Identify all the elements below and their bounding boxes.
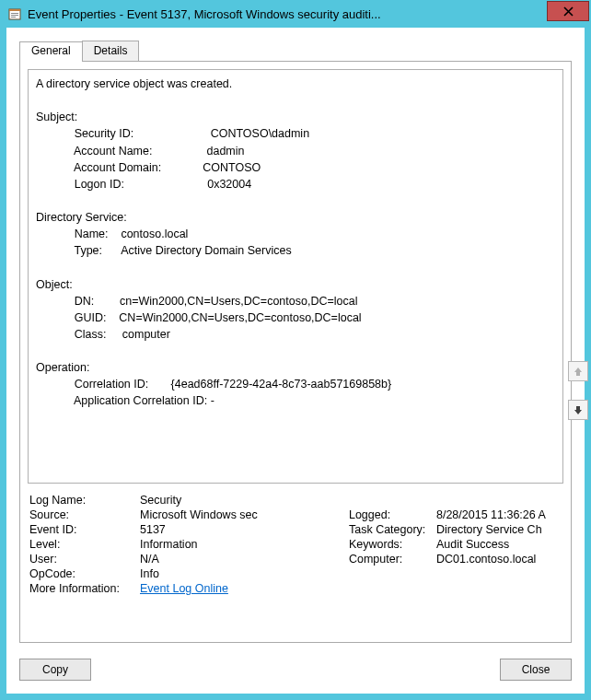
subject-logon-value: 0x32004 xyxy=(207,178,251,191)
subject-sid-label: Security ID: xyxy=(75,127,134,140)
op-appcorr-value: - xyxy=(211,394,214,407)
user-value: N/A xyxy=(138,552,347,566)
event-description-panel: A directory service object was created. … xyxy=(28,69,563,484)
next-event-button[interactable] xyxy=(568,400,588,420)
close-button[interactable]: Close xyxy=(500,659,572,681)
op-corr-label: Correlation ID: xyxy=(75,378,149,391)
keywords-value: Audit Success xyxy=(435,537,563,552)
event-props-grid: Log Name: Security Source: Microsoft Win… xyxy=(28,493,563,596)
opcode-label: OpCode: xyxy=(28,566,138,581)
window-title: Event Properties - Event 5137, Microsoft… xyxy=(22,7,547,21)
subject-sid-value: CONTOSO\dadmin xyxy=(211,127,309,140)
titlebar: Event Properties - Event 5137, Microsoft… xyxy=(0,0,591,28)
opcode-value: Info xyxy=(138,566,563,581)
obj-dn-value: cn=Win2000,CN=Users,DC=contoso,DC=local xyxy=(120,295,357,308)
computer-label: Computer: xyxy=(347,552,435,566)
subject-acct-value: dadmin xyxy=(207,145,245,158)
window-frame: Event Properties - Event 5137, Microsoft… xyxy=(0,0,591,700)
obj-dn-label: DN: xyxy=(75,295,95,308)
keywords-label: Keywords: xyxy=(347,537,435,552)
moreinfo-link[interactable]: Event Log Online xyxy=(140,582,228,595)
window-close-button[interactable] xyxy=(547,1,589,21)
svg-rect-1 xyxy=(9,9,20,11)
arrow-down-icon xyxy=(573,404,584,415)
ds-type-value: Active Directory Domain Services xyxy=(121,244,291,257)
tab-details[interactable]: Details xyxy=(82,41,140,61)
ds-name-value: contoso.local xyxy=(121,228,188,240)
obj-guid-label: GUID: xyxy=(75,311,107,324)
close-icon xyxy=(563,6,574,17)
copy-button[interactable]: Copy xyxy=(19,659,91,681)
desc-subject-header: Subject: xyxy=(36,109,555,125)
svg-rect-4 xyxy=(11,17,16,18)
eventid-label: Event ID: xyxy=(28,522,138,537)
client-area: General Details A directory service obje… xyxy=(6,28,585,694)
desc-summary: A directory service object was created. xyxy=(36,76,555,92)
tabstrip: General Details xyxy=(19,41,572,61)
nav-buttons xyxy=(568,361,588,420)
desc-obj-header: Object: xyxy=(36,276,555,293)
logname-label: Log Name: xyxy=(28,493,138,508)
level-label: Level: xyxy=(28,537,138,552)
obj-guid-value: CN=Win2000,CN=Users,DC=contoso,DC=local xyxy=(119,311,361,324)
subject-domain-label: Account Domain: xyxy=(74,161,161,174)
subject-logon-label: Logon ID: xyxy=(75,178,124,191)
prev-event-button[interactable] xyxy=(568,361,588,381)
logname-value: Security xyxy=(138,493,563,508)
obj-class-value: computer xyxy=(122,328,170,341)
tab-general[interactable]: General xyxy=(19,41,83,62)
level-value: Information xyxy=(138,537,347,552)
desc-ds-header: Directory Service: xyxy=(36,209,555,226)
app-icon xyxy=(7,6,22,21)
moreinfo-label: More Information: xyxy=(28,581,138,596)
op-corr-value: {4ead68ff-7229-42a4-8c73-aab57169858b} xyxy=(171,378,392,391)
arrow-up-icon xyxy=(573,366,584,377)
dialog-buttons: Copy Close xyxy=(19,659,572,681)
subject-domain-value: CONTOSO xyxy=(203,161,261,174)
ds-name-label: Name: xyxy=(75,228,109,240)
subject-acct-label: Account Name: xyxy=(74,145,152,158)
source-value: Microsoft Windows sec xyxy=(138,508,347,522)
logged-value: 8/28/2015 11:36:26 A xyxy=(435,508,563,522)
taskcat-value: Directory Service Ch xyxy=(435,522,563,537)
logged-label: Logged: xyxy=(347,508,435,522)
svg-rect-3 xyxy=(11,15,18,16)
tab-page-general: A directory service object was created. … xyxy=(19,61,572,643)
svg-rect-2 xyxy=(11,13,18,14)
taskcat-label: Task Category: xyxy=(347,522,435,537)
user-label: User: xyxy=(28,552,138,566)
desc-op-header: Operation: xyxy=(36,359,555,376)
ds-type-label: Type: xyxy=(74,244,102,257)
eventid-value: 5137 xyxy=(138,522,347,537)
op-appcorr-label: Application Correlation ID: xyxy=(74,394,207,407)
computer-value: DC01.contoso.local xyxy=(435,552,563,566)
obj-class-label: Class: xyxy=(75,328,107,341)
source-label: Source: xyxy=(28,508,138,522)
